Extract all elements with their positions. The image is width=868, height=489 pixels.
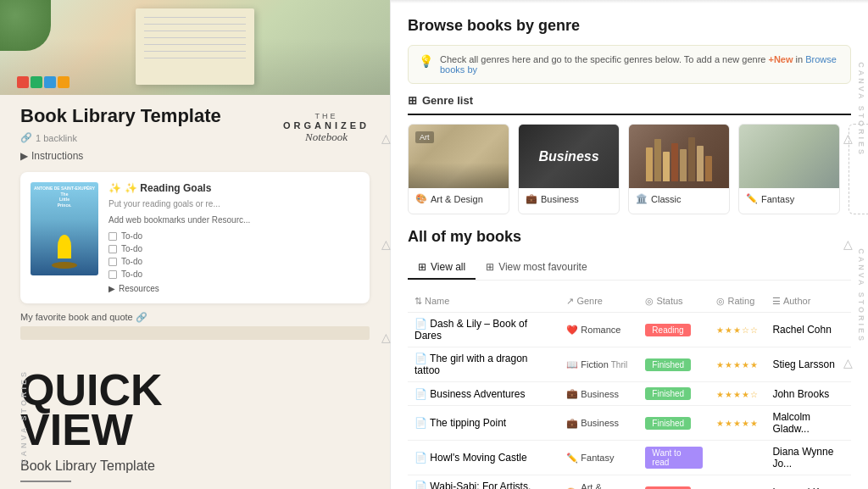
color-block-red: [17, 76, 29, 88]
book-author-6: Leonard Koren: [765, 475, 851, 490]
book-name-3: 📄 Business Adventures: [408, 382, 559, 406]
fiction-icon: 📖: [566, 359, 578, 370]
notice-new-badge: +New: [769, 54, 793, 64]
book-author-1: Rachel Cohn: [765, 313, 851, 347]
genre-card-art[interactable]: 🎨 Art & Design: [408, 124, 509, 214]
book-icon-6: 📄: [415, 481, 427, 489]
book-name-6: 📄 Wabi-Sabi: For Artists, Designers,: [408, 475, 559, 490]
fantasy-icon-5: ✏️: [566, 453, 578, 464]
sort-icon-genre: ↗: [566, 296, 574, 306]
book-pages-visual: [136, 8, 254, 85]
todo-item-4: To-do: [108, 270, 359, 279]
fantasy-icon: ✏️: [746, 193, 758, 204]
canva-watermark-left: CANVA STORIES: [19, 370, 28, 464]
hero-image: [0, 0, 390, 95]
col-header-genre: ↗ Genre: [559, 291, 638, 313]
book-row-5[interactable]: 📄 Howl's Moving Castle ✏️ Fantasy Want t…: [408, 441, 851, 475]
book-name-4: 📄 The tipping Point: [408, 406, 559, 441]
reading-goals-label: ✨ Reading Goals: [125, 182, 211, 194]
genre-list-label: Genre list: [422, 94, 473, 107]
sort-icon-status: ◎: [645, 296, 654, 306]
instructions-row[interactable]: ▶ Instructions: [20, 150, 221, 162]
notice-text: Check all genres here and go to the spec…: [440, 54, 840, 75]
star-tab-icon: ⊞: [486, 261, 494, 273]
color-block-green: [31, 76, 42, 88]
reading-goals-subtitle: Put your reading goals or re...: [108, 199, 359, 208]
colorful-icon-blocks: [17, 76, 70, 88]
genre-fantasy-image: [739, 125, 839, 188]
status-badge-5: Want to read: [645, 447, 703, 469]
checkbox-1[interactable]: [108, 232, 117, 241]
todo-item-3: To-do: [108, 257, 359, 266]
genre-cards-row: 🎨 Art & Design 💼 Business: [391, 124, 868, 228]
genre-card-fantasy[interactable]: ✏️ Fantasy: [738, 124, 840, 214]
notice-in-text: in: [796, 54, 804, 64]
quick-view-divider: [20, 481, 71, 482]
book-row-1[interactable]: 📄 Dash & Lily – Book of Dares ❤️ Romance…: [408, 313, 851, 347]
book-genre-3: 💼 Business: [559, 382, 638, 406]
books-section: All of my books ⊞ View all ⊞ View most f…: [391, 228, 868, 489]
status-badge-6: Reading: [645, 486, 690, 490]
book-name-5: 📄 Howl's Moving Castle: [408, 441, 559, 475]
genre-card-business[interactable]: 💼 Business: [518, 124, 620, 214]
todo-label-4: To-do: [121, 270, 142, 279]
star-icon: ✨: [108, 182, 121, 194]
arrow-decoration-3: △: [843, 356, 853, 370]
genre-art-image: [409, 125, 509, 188]
stars-4: ★★★★★: [716, 419, 759, 428]
organized-notebook-logo: THE ORGANIZED Notebook: [283, 105, 370, 147]
books-section-title: All of my books: [408, 228, 851, 246]
canva-watermark-right-bottom: CANVA STORIES: [857, 248, 865, 343]
arrow-decoration-1: △: [843, 131, 853, 145]
grid-icon: ⊞: [408, 94, 417, 107]
backlink-text: 1 backlink: [36, 133, 77, 143]
arrow-decoration-left-3: △: [381, 331, 391, 344]
classic-icon: 🏛️: [636, 193, 648, 204]
art-image-overlay: [409, 163, 509, 188]
book-row-2[interactable]: 📄 The girl with a dragon tattoo 📖 Fictio…: [408, 347, 851, 382]
color-block-yellow: [58, 76, 70, 88]
quick-view-section: QUICKVIEW Book Library Template: [0, 353, 390, 489]
book-row-4[interactable]: 📄 The tipping Point 💼 Business Finished …: [408, 406, 851, 441]
tab-view-all[interactable]: ⊞ View all: [408, 256, 476, 280]
book-icon-5: 📄: [415, 452, 427, 464]
left-content: Book Library Template 🔗 1 backlink ▶ Ins…: [0, 95, 390, 353]
plant-decoration: [0, 0, 51, 51]
todo-item-1: To-do: [108, 231, 359, 241]
classic-label-text: Classic: [651, 194, 681, 204]
book-status-6: Reading: [638, 475, 709, 490]
checkbox-2[interactable]: [108, 245, 117, 253]
sort-icon-author: ☰: [772, 296, 781, 306]
col-header-author: ☰ Author: [765, 291, 851, 313]
view-all-icon: ⊞: [418, 261, 426, 273]
genre-card-classic[interactable]: 🏛️ Classic: [628, 124, 730, 214]
tab-view-favourite[interactable]: ⊞ View most favourite: [476, 256, 598, 280]
genre-art-label: 🎨 Art & Design: [409, 188, 509, 209]
arrow-decoration-left-2: △: [381, 237, 391, 251]
checkbox-3[interactable]: [108, 258, 117, 266]
col-header-status: ◎ Status: [638, 291, 709, 313]
book-author-2: Stieg Larsson: [765, 347, 851, 382]
books-table: ⇅ Name ↗ Genre ◎ Status ◎ Rating ☰ Autho: [408, 291, 851, 489]
book-rating-6: [709, 475, 765, 490]
left-panel: Book Library Template 🔗 1 backlink ▶ Ins…: [0, 0, 390, 489]
status-badge-2: Finished: [645, 358, 691, 371]
book-row-6[interactable]: 📄 Wabi-Sabi: For Artists, Designers, 🎨 A…: [408, 475, 851, 490]
on-the-text: THE: [283, 112, 370, 120]
sort-icon-name: ⇅: [415, 296, 422, 306]
book-genre-4: 💼 Business: [559, 406, 638, 441]
todo-label-1: To-do: [121, 231, 142, 241]
lp-title-text: ANTOINE DE SAINT-EXUPÉRYTheLittlePrince.: [31, 186, 98, 208]
book-rating-4: ★★★★★: [709, 406, 765, 441]
quote-placeholder-bar: [20, 326, 370, 340]
book-row-3[interactable]: 📄 Business Adventures 💼 Business Finishe…: [408, 382, 851, 406]
todo-label-2: To-do: [121, 244, 142, 253]
shelf-books-visual: [643, 134, 715, 185]
checkbox-4[interactable]: [108, 270, 117, 279]
table-header-row: ⇅ Name ↗ Genre ◎ Status ◎ Rating ☰ Autho: [408, 291, 851, 313]
book-genre-5: ✏️ Fantasy: [559, 441, 638, 475]
todo-label-3: To-do: [121, 257, 142, 266]
stars-3: ★★★★☆: [716, 390, 759, 399]
canva-watermark-right-top: CANVA STORIES: [857, 62, 865, 157]
right-content[interactable]: Browse books by genre 💡 Check all genres…: [391, 3, 868, 489]
